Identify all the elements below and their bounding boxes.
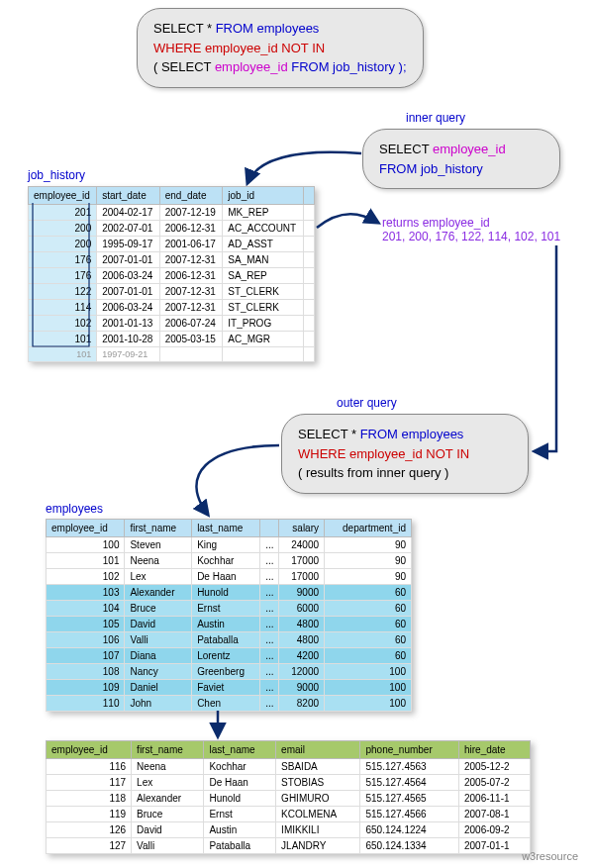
cell: 9000 xyxy=(279,680,325,696)
cell: De Haan xyxy=(192,569,260,585)
cell: 109 xyxy=(47,680,125,696)
cell: Bruce xyxy=(132,807,204,822)
cell: KCOLMENA xyxy=(276,807,360,822)
cell: ... xyxy=(260,537,279,553)
cell: GHIMURO xyxy=(276,791,360,807)
cell: ... xyxy=(260,664,279,680)
cell: 2006-09-2 xyxy=(458,822,530,838)
cell: MK_REP xyxy=(223,205,304,221)
th: employee_id xyxy=(29,187,97,205)
cell: Lex xyxy=(125,569,192,585)
cell: 650.124.1224 xyxy=(360,822,459,838)
txt: ( SELECT xyxy=(153,59,215,74)
cell: ... xyxy=(260,617,279,632)
cell: 90 xyxy=(325,569,412,585)
returns-label: returns employee_id 201, 200, 176, 122, … xyxy=(382,216,560,243)
cell: 60 xyxy=(325,585,412,601)
cell: ST_CLERK xyxy=(223,300,304,316)
cell: 515.127.4566 xyxy=(360,807,459,822)
cell: 2007-01-01 xyxy=(97,284,160,300)
table-row: 104BruceErnst...600060 xyxy=(47,601,412,617)
cell xyxy=(304,300,315,316)
cell: ... xyxy=(260,585,279,601)
cell: 200 xyxy=(29,221,97,237)
cell: 126 xyxy=(47,822,132,838)
cell: Lorentz xyxy=(192,648,260,664)
cell: 2006-07-24 xyxy=(159,316,223,332)
table-row: 100StevenKing...2400090 xyxy=(47,537,412,553)
table-row: 2002002-07-012006-12-31AC_ACCOUNT xyxy=(29,221,315,237)
cell: Steven xyxy=(125,537,192,553)
cell: ... xyxy=(260,696,279,712)
th: first_name xyxy=(125,520,192,537)
th: employee_id xyxy=(47,520,125,537)
txt: FROM job_history xyxy=(379,161,483,176)
cell: SBAIDA xyxy=(276,759,360,775)
cell: 2001-01-13 xyxy=(97,316,160,332)
cell: Neena xyxy=(125,553,192,569)
cell: Pataballa xyxy=(204,838,276,854)
cell: 100 xyxy=(325,664,412,680)
cell: 100 xyxy=(325,696,412,712)
txt: FROM employees xyxy=(216,21,320,36)
table-row: 1762006-03-242006-12-31SA_REP xyxy=(29,268,315,284)
cell: Hunold xyxy=(204,791,276,807)
cell: 2007-01-01 xyxy=(97,252,160,268)
th: department_id xyxy=(325,520,412,537)
th: job_id xyxy=(223,187,304,205)
cell: Ernst xyxy=(204,807,276,822)
cell: 90 xyxy=(325,537,412,553)
cell: ... xyxy=(260,632,279,648)
txt: SELECT * xyxy=(298,427,360,441)
txt: FROM job_history ); xyxy=(291,59,406,74)
cell xyxy=(304,237,315,252)
cell: 101 xyxy=(29,332,97,347)
th: email xyxy=(276,741,360,759)
cell: SA_MAN xyxy=(223,252,304,268)
cell xyxy=(304,221,315,237)
cell: 176 xyxy=(29,252,97,268)
th xyxy=(260,520,279,537)
txt: SELECT * xyxy=(153,21,216,36)
cell: 60 xyxy=(325,617,412,632)
cell: 2006-03-24 xyxy=(97,300,160,316)
cell: IT_PROG xyxy=(223,316,304,332)
th xyxy=(304,187,315,205)
cell: Greenberg xyxy=(192,664,260,680)
table-row: 119BruceErnstKCOLMENA515.127.45662007-08… xyxy=(47,807,531,822)
cell: King xyxy=(192,537,260,553)
cell: 2007-01-1 xyxy=(458,838,530,854)
cell xyxy=(304,316,315,332)
cell: Diana xyxy=(125,648,192,664)
cell: Lex xyxy=(132,775,204,791)
cell: Faviet xyxy=(192,680,260,696)
cell: 2007-12-19 xyxy=(159,205,223,221)
cell: Daniel xyxy=(125,680,192,696)
txt: FROM employees xyxy=(360,427,464,441)
cell xyxy=(304,284,315,300)
cell: Ernst xyxy=(192,601,260,617)
th: first_name xyxy=(132,741,204,759)
cell: JLANDRY xyxy=(276,838,360,854)
cell: ... xyxy=(260,680,279,696)
table-row: 2001995-09-172001-06-17AD_ASST xyxy=(29,237,315,252)
cell: ... xyxy=(260,569,279,585)
cell: AD_ASST xyxy=(223,237,304,252)
table-row: 108NancyGreenberg...12000100 xyxy=(47,664,412,680)
outer-query-label: outer query xyxy=(337,396,397,410)
table-header-row: employee_id first_name last_name salary … xyxy=(47,520,412,537)
cell: 2006-12-31 xyxy=(159,221,223,237)
cell: Valli xyxy=(125,632,192,648)
cell: Valli xyxy=(132,838,204,854)
cell: De Haan xyxy=(204,775,276,791)
cell: 116 xyxy=(47,759,132,775)
job-history-label: job_history xyxy=(28,168,85,182)
employees-label: employees xyxy=(46,502,103,516)
table-row: 109DanielFaviet...9000100 xyxy=(47,680,412,696)
th: start_date xyxy=(97,187,160,205)
cell: 105 xyxy=(47,617,125,632)
table-row: 118AlexanderHunoldGHIMURO515.127.4565200… xyxy=(47,791,531,807)
txt: employee_id xyxy=(215,59,288,74)
cell: 515.127.4564 xyxy=(360,775,459,791)
cell: 107 xyxy=(47,648,125,664)
